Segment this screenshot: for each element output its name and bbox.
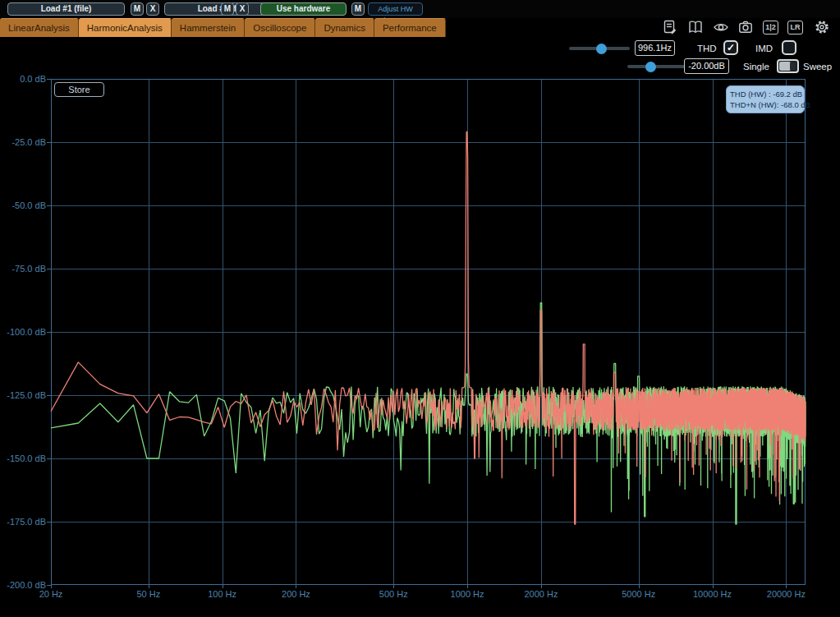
load-plugin-1-button[interactable]: Load #1 (file) (7, 2, 125, 16)
y-axis-label: -175.0 dB (0, 517, 46, 527)
single-sweep-toggle[interactable] (777, 59, 799, 73)
toggle-well (790, 62, 796, 70)
spectrum-plot[interactable] (51, 79, 806, 585)
notes-icon[interactable] (662, 19, 678, 35)
y-axis-label: -25.0 dB (0, 137, 46, 148)
x-axis-label: 200 Hz (267, 589, 324, 600)
tab-linear-analysis[interactable]: LinearAnalysis (0, 18, 79, 37)
x-axis-label: 5000 Hz (610, 589, 668, 600)
tab-hammerstein[interactable]: Hammerstein (172, 18, 245, 37)
close-1-button[interactable]: X (146, 2, 159, 16)
use-hardware-button[interactable]: Use hardware (260, 2, 347, 16)
thd-n-readout: THD+N (HW): -68.0 dB (730, 99, 801, 110)
y-axis-label: 0.0 dB (0, 74, 46, 85)
tab-dynamics[interactable]: Dynamics (315, 18, 374, 37)
level-slider-thumb[interactable] (645, 62, 656, 72)
lr-icon[interactable]: LR (787, 21, 803, 35)
camera-icon[interactable] (737, 19, 754, 35)
x-axis-label: 500 Hz (365, 589, 422, 600)
y-axis-label: -50.0 dB (0, 200, 46, 211)
level-value[interactable]: -20.00dB (684, 58, 729, 74)
x-axis-label: 50 Hz (120, 589, 177, 600)
analyzer-window: Load #1 (file) M X Load #2 (file) M X Us… (0, 0, 840, 617)
y-axis-label: -150.0 dB (0, 454, 46, 464)
x-axis-label: 10000 Hz (684, 589, 741, 600)
frequency-slider[interactable] (569, 43, 630, 54)
x-axis-label: 20 Hz (22, 589, 80, 600)
x-axis-label: 100 Hz (194, 589, 251, 600)
mute-2-button[interactable]: M (221, 2, 234, 16)
imd-label: IMD (755, 42, 773, 55)
top-bar: Load #1 (file) M X Load #2 (file) M X Us… (0, 0, 840, 18)
level-slider[interactable] (627, 61, 685, 72)
y-axis-label: -200.0 dB (0, 580, 46, 591)
thd-readout-panel: THD (HW) : -69.2 dB THD+N (HW): -68.0 dB (726, 85, 805, 113)
thd-label: THD (697, 42, 717, 55)
sweep-mode-label: Sweep (803, 60, 832, 73)
mute-1-button[interactable]: M (131, 2, 144, 16)
eye-icon[interactable] (713, 19, 729, 35)
single-mode-label: Single (743, 60, 769, 73)
toggle-knob[interactable] (779, 62, 791, 71)
one-two-icon[interactable]: 1|2 (763, 21, 778, 35)
thd-checkbox[interactable]: ✓ (723, 40, 738, 55)
manual-icon[interactable] (687, 19, 704, 35)
settings-icon[interactable] (814, 19, 830, 35)
adjust-hw-latency-button[interactable]: Adjust HW latency (368, 2, 423, 16)
frequency-slider-thumb[interactable] (596, 44, 607, 54)
x-axis-label: 20000 Hz (757, 589, 815, 600)
tab-oscilloscope[interactable]: Oscilloscope (245, 18, 315, 37)
thd-readout: THD (HW) : -69.2 dB (730, 89, 801, 99)
store-button[interactable]: Store (54, 82, 104, 97)
frequency-value[interactable]: 996.1Hz (635, 40, 675, 56)
mute-hardware-button[interactable]: M (351, 2, 365, 16)
y-axis-label: -100.0 dB (0, 327, 46, 338)
tab-performance[interactable]: Performance (374, 18, 446, 37)
close-2-button[interactable]: X (236, 2, 249, 16)
tab-harmonic-analysis[interactable]: HarmonicAnalysis (79, 18, 172, 37)
x-axis-label: 2000 Hz (512, 589, 570, 600)
spectrum-trace-hardware (51, 131, 806, 524)
analysis-tab-bar: LinearAnalysis HarmonicAnalysis Hammerst… (0, 18, 446, 37)
y-axis-label: -75.0 dB (0, 264, 46, 274)
y-axis-label: -125.0 dB (0, 390, 46, 401)
imd-checkbox[interactable] (782, 40, 796, 55)
x-axis-label: 1000 Hz (438, 589, 496, 600)
